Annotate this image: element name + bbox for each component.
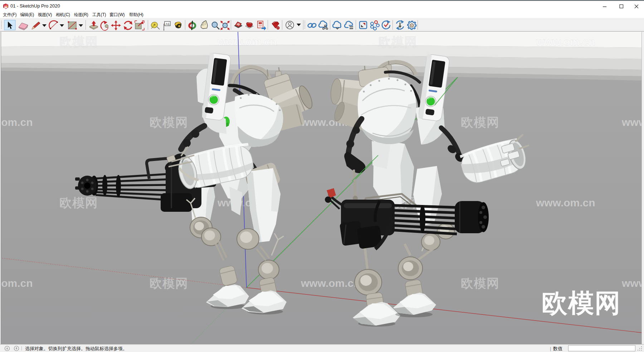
svg-text:www.om.cn: www.om.cn <box>621 277 642 289</box>
svg-text:www.om.cn: www.om.cn <box>536 197 595 209</box>
svg-text:欧模网: 欧模网 <box>461 116 499 129</box>
svg-text:欧模网: 欧模网 <box>379 35 417 49</box>
svg-text:www.om.cn: www.om.cn <box>1 277 33 289</box>
svg-text:www.om.cn: www.om.cn <box>1 116 33 128</box>
svg-text:www.om.cn: www.om.cn <box>621 116 642 128</box>
svg-text:欧模网: 欧模网 <box>150 277 188 290</box>
svg-text:欧模网: 欧模网 <box>59 196 98 210</box>
svg-text:www.om.cn: www.om.cn <box>217 36 277 48</box>
svg-text:www.om.cn: www.om.cn <box>301 277 360 289</box>
svg-text:欧模网: 欧模网 <box>150 116 188 129</box>
svg-text:www.om.cn: www.om.cn <box>536 36 595 48</box>
svg-text:欧模网: 欧模网 <box>59 35 98 49</box>
svg-text:欧模网: 欧模网 <box>542 289 621 317</box>
svg-text:欧模网: 欧模网 <box>461 277 499 290</box>
svg-text:A1: A1 <box>166 22 170 26</box>
